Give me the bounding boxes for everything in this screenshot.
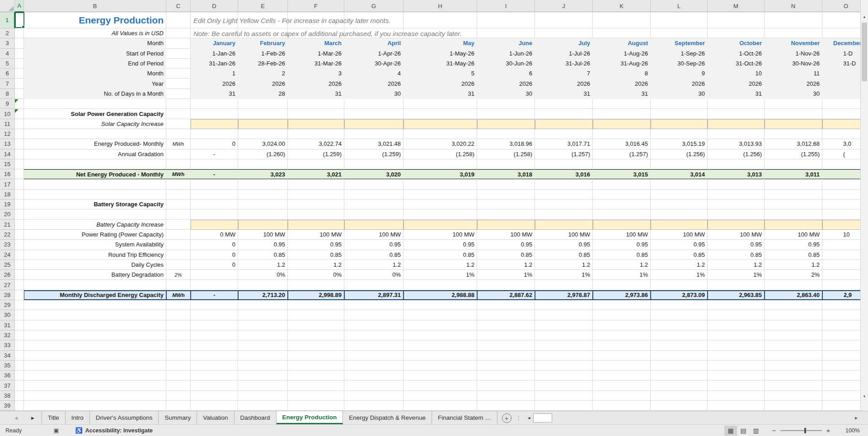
cell-K19[interactable] xyxy=(593,199,651,209)
cell-F34[interactable] xyxy=(288,351,344,361)
cell-L34[interactable] xyxy=(651,351,708,361)
cell-N21[interactable] xyxy=(765,220,822,230)
cell-M3[interactable]: October xyxy=(708,38,765,48)
cell-L21[interactable] xyxy=(651,220,708,230)
cell-N17[interactable] xyxy=(765,179,822,189)
row-header-20[interactable]: 20 xyxy=(0,209,15,219)
cell-L30[interactable] xyxy=(651,310,708,320)
cell-A24[interactable] xyxy=(15,250,24,260)
cell-O9[interactable] xyxy=(822,99,860,109)
column-header-D[interactable]: D xyxy=(191,0,238,12)
cell-G5[interactable]: 30-Apr-26 xyxy=(344,59,404,69)
cell-D2[interactable] xyxy=(191,28,238,38)
cell-E24[interactable]: 0.85 xyxy=(238,250,288,260)
cell-G32[interactable] xyxy=(344,330,404,340)
cell-O34[interactable] xyxy=(822,351,860,361)
cell-J17[interactable] xyxy=(535,179,593,189)
cell-G31[interactable] xyxy=(344,320,404,330)
row-header-33[interactable]: 33 xyxy=(0,340,15,350)
cell-M38[interactable] xyxy=(708,391,765,401)
cell-F39[interactable] xyxy=(288,401,344,411)
row-header-26[interactable]: 26 xyxy=(0,270,15,280)
cell-H14[interactable]: (1.258) xyxy=(404,149,477,159)
cell-F17[interactable] xyxy=(288,179,344,189)
row-header-35[interactable]: 35 xyxy=(0,361,15,371)
cell-D15[interactable] xyxy=(191,159,238,169)
cell-H32[interactable] xyxy=(404,330,477,340)
cell-F1[interactable] xyxy=(288,12,344,28)
cell-B7[interactable]: Year xyxy=(24,79,166,88)
cell-L2[interactable] xyxy=(651,28,708,38)
cell-B31[interactable] xyxy=(24,320,166,330)
cell-L18[interactable] xyxy=(651,190,708,199)
cell-N18[interactable] xyxy=(765,190,822,199)
cell-K14[interactable]: (1.257) xyxy=(593,149,651,159)
cell-J10[interactable] xyxy=(535,109,593,119)
cell-J39[interactable] xyxy=(535,401,593,411)
cell-D7[interactable]: 2026 xyxy=(191,79,238,88)
cell-A39[interactable] xyxy=(15,401,24,411)
cell-K2[interactable] xyxy=(593,28,651,38)
row-header-5[interactable]: 5 xyxy=(0,59,15,69)
cell-I37[interactable] xyxy=(477,380,535,390)
cell-A35[interactable] xyxy=(15,361,24,371)
row-header-39[interactable]: 39 xyxy=(0,401,15,411)
cell-J23[interactable]: 0.95 xyxy=(535,240,593,250)
cell-G16[interactable]: 3,020 xyxy=(344,169,404,179)
cell-K33[interactable] xyxy=(593,340,651,350)
cell-D24[interactable]: 0 xyxy=(191,250,238,260)
cell-I30[interactable] xyxy=(477,310,535,320)
cell-H29[interactable] xyxy=(404,300,477,310)
cell-I2[interactable] xyxy=(477,28,535,38)
cell-A3[interactable] xyxy=(15,38,24,48)
cell-C15[interactable] xyxy=(166,159,191,169)
cell-K35[interactable] xyxy=(593,361,651,371)
cell-G9[interactable] xyxy=(344,99,404,109)
cell-A7[interactable] xyxy=(15,79,24,88)
cell-B33[interactable] xyxy=(24,340,166,350)
cell-F14[interactable]: (1.259) xyxy=(288,149,344,159)
cell-G17[interactable] xyxy=(344,179,404,189)
tab-financial-statem[interactable]: Financial Statem … xyxy=(432,411,497,424)
cell-C27[interactable] xyxy=(166,280,191,290)
cell-I26[interactable]: 1% xyxy=(477,270,535,280)
column-header-F[interactable]: F xyxy=(288,0,344,12)
cell-D30[interactable] xyxy=(191,310,238,320)
page-break-view-button[interactable]: ▥ xyxy=(750,426,762,436)
cell-F26[interactable]: 0% xyxy=(288,270,344,280)
cell-H11[interactable] xyxy=(404,119,477,129)
tab-driver-s-assumptions[interactable]: Driver's Assumptions xyxy=(90,411,159,424)
zoom-slider-thumb[interactable] xyxy=(804,428,806,433)
cell-F36[interactable] xyxy=(288,371,344,380)
cell-G15[interactable] xyxy=(344,159,404,169)
cell-K5[interactable]: 31-Aug-26 xyxy=(593,59,651,69)
cell-F32[interactable] xyxy=(288,330,344,340)
cell-N31[interactable] xyxy=(765,320,822,330)
cell-G36[interactable] xyxy=(344,371,404,380)
cell-C37[interactable] xyxy=(166,380,191,390)
cell-G12[interactable] xyxy=(344,129,404,139)
cell-N39[interactable] xyxy=(765,401,822,411)
cell-G29[interactable] xyxy=(344,300,404,310)
tab-summary[interactable]: Summary xyxy=(159,411,197,424)
cell-C3[interactable] xyxy=(166,38,191,48)
cell-M29[interactable] xyxy=(708,300,765,310)
cell-K3[interactable]: August xyxy=(593,38,651,48)
cell-C13[interactable]: MWh xyxy=(166,139,191,149)
cell-H17[interactable] xyxy=(404,179,477,189)
cell-L38[interactable] xyxy=(651,391,708,401)
cell-F28[interactable]: 2,998.89 xyxy=(288,290,344,300)
cell-N20[interactable] xyxy=(765,209,822,219)
cell-L26[interactable]: 1% xyxy=(651,270,708,280)
column-header-A[interactable]: A xyxy=(15,0,24,12)
cell-M33[interactable] xyxy=(708,340,765,350)
cell-N37[interactable] xyxy=(765,380,822,390)
cell-I13[interactable]: 3,018.96 xyxy=(477,139,535,149)
cell-M19[interactable] xyxy=(708,199,765,209)
cell-G19[interactable] xyxy=(344,199,404,209)
row-header-22[interactable]: 22 xyxy=(0,230,15,240)
cell-D29[interactable] xyxy=(191,300,238,310)
cell-F8[interactable]: 31 xyxy=(288,89,344,99)
cell-O7[interactable] xyxy=(822,79,860,88)
cell-B20[interactable] xyxy=(24,209,166,219)
